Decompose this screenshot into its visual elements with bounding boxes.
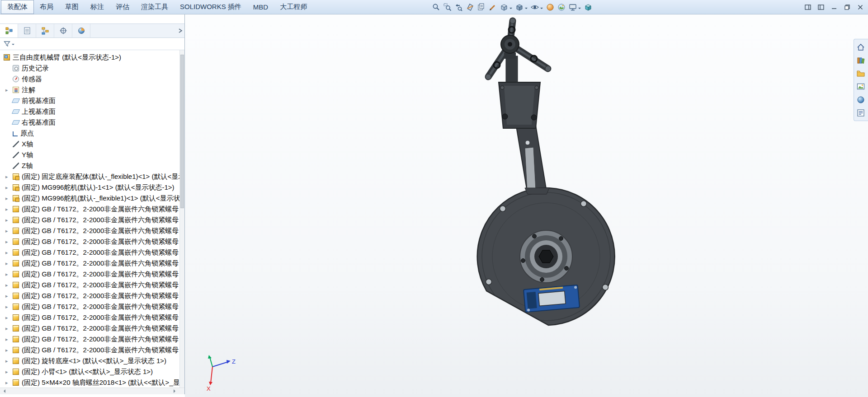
edit-appearance-icon[interactable] — [544, 1, 556, 13]
tree-item[interactable]: X轴 — [0, 139, 184, 149]
apply-scene-icon[interactable] — [556, 1, 567, 13]
section-view-icon[interactable] — [464, 1, 476, 13]
displaymanager-tab[interactable] — [72, 24, 90, 37]
tree-item[interactable]: ▸(固定) GB / T6172。2-2000非金属嵌件六角锁紧螺母 — [0, 290, 184, 301]
design-library-icon[interactable] — [854, 54, 868, 67]
expand-arrow-icon[interactable]: ▸ — [5, 261, 13, 266]
restore-icon[interactable] — [843, 3, 851, 12]
tree-item[interactable]: Z轴 — [0, 160, 184, 171]
tree-item[interactable]: ▸(固定) GB / T6172。2-2000非金属嵌件六角锁紧螺母 — [0, 258, 184, 269]
filter-bar[interactable] — [0, 38, 184, 50]
display-style-caret-icon[interactable] — [525, 8, 528, 10]
view-orientation-caret-icon[interactable] — [509, 8, 512, 10]
scroll-left-icon[interactable] — [2, 389, 5, 393]
pane-split-right-icon[interactable] — [804, 3, 812, 12]
view-palette-icon[interactable] — [854, 80, 868, 93]
tree-item[interactable]: ▸(固定) MG996舵机(默认-_flexible1)<1> (默认<显示状态… — [0, 193, 184, 204]
tree-item[interactable]: ▸(固定) GB / T6172。2-2000非金属嵌件六角锁紧螺母 — [0, 334, 184, 345]
tree-item[interactable]: ▸(固定) GB / T6172。2-2000非金属嵌件六角锁紧螺母 — [0, 215, 184, 225]
expand-arrow-icon[interactable]: ▸ — [5, 87, 13, 93]
tree-item[interactable]: 上视基准面 — [0, 106, 184, 117]
annotation-views-icon[interactable] — [476, 1, 487, 13]
expand-arrow-icon[interactable]: ▸ — [5, 358, 13, 364]
expand-arrow-icon[interactable]: ▸ — [5, 369, 13, 375]
tree-item[interactable]: 传感器 — [0, 74, 184, 84]
tree-hscrollbar[interactable] — [0, 388, 184, 394]
menu-tab-3[interactable]: 草图 — [59, 0, 85, 14]
expand-arrow-icon[interactable]: ▸ — [5, 315, 13, 321]
view-settings-caret-icon[interactable] — [578, 8, 581, 10]
menu-tab-7[interactable]: SOLIDWORKS 插件 — [174, 0, 247, 14]
view-orientation-icon[interactable] — [498, 1, 509, 13]
tree-item[interactable]: ▸(固定) 固定底座装配体(默认-_flexible1)<1> (默认<显示状态… — [0, 171, 184, 182]
gripper[interactable] — [486, 18, 551, 79]
expand-arrow-icon[interactable]: ▸ — [5, 380, 13, 386]
expand-arrow-icon[interactable]: ▸ — [5, 347, 13, 353]
menu-tab-1[interactable]: 装配体 — [1, 0, 34, 14]
zoom-area-icon[interactable] — [442, 1, 453, 13]
tree-item[interactable]: ▸(固定) GB / T6172。2-2000非金属嵌件六角锁紧螺母 — [0, 323, 184, 334]
tree-item[interactable]: ▸(固定) GB / T6172。2-2000非金属嵌件六角锁紧螺母 — [0, 269, 184, 280]
zoom-fit-icon[interactable] — [430, 1, 442, 13]
expand-arrow-icon[interactable]: ▸ — [5, 185, 13, 191]
tree-item[interactable]: ▸注解 — [0, 84, 184, 95]
menu-tab-8[interactable]: MBD — [247, 0, 274, 14]
featuremanager-tab[interactable] — [0, 24, 18, 37]
tree-item[interactable]: ▸(固定) GB / T6172。2-2000非金属嵌件六角锁紧螺母 — [0, 204, 184, 215]
expand-arrow-icon[interactable]: ▸ — [5, 174, 13, 180]
configurationmanager-tab[interactable] — [36, 24, 54, 37]
tree-item[interactable]: 右视基准面 — [0, 117, 184, 128]
menu-tab-5[interactable]: 评估 — [110, 0, 135, 14]
tree-item[interactable]: ▸(固定) 5×M4×20 轴肩螺丝2018<1> (默认<<默认>_显示状态 … — [0, 377, 184, 388]
expand-arrow-icon[interactable]: ▸ — [5, 326, 13, 332]
tree-vscrollbar[interactable] — [179, 50, 184, 388]
expand-arrow-icon[interactable]: ▸ — [5, 293, 13, 299]
view-settings-icon[interactable] — [567, 1, 578, 13]
tree-item[interactable]: ▸(固定) GB / T6172。2-2000非金属嵌件六角锁紧螺母 — [0, 247, 184, 258]
expand-arrow-icon[interactable]: ▸ — [5, 282, 13, 288]
expand-arrow-icon[interactable]: ▸ — [5, 250, 13, 256]
tree-item[interactable]: ▸(固定) 小臂<1> (默认<<默认>_显示状态 1>) — [0, 366, 184, 377]
tree-item[interactable]: 三自由度机械臂 (默认<显示状态-1>) — [0, 52, 184, 63]
appearances-icon[interactable] — [854, 93, 868, 106]
propertymanager-tab[interactable] — [18, 24, 36, 37]
expand-arrow-icon[interactable]: ▸ — [5, 206, 13, 212]
graphics-area[interactable]: Z X — [185, 14, 868, 397]
expand-arrow-icon[interactable]: ▸ — [5, 336, 13, 342]
tree-item[interactable]: ▸(固定) 旋转底座<1> (默认<<默认>_显示状态 1>) — [0, 355, 184, 366]
tree-item[interactable]: 前视基准面 — [0, 95, 184, 106]
menu-tab-2[interactable]: 布局 — [34, 0, 59, 14]
expand-arrow-icon[interactable]: ▸ — [5, 196, 13, 201]
scroll-right-icon[interactable] — [174, 389, 177, 393]
robot-arm-model[interactable] — [477, 18, 615, 325]
sketch-pencil-icon[interactable] — [487, 1, 498, 13]
expand-arrow-icon[interactable]: ▸ — [5, 217, 13, 223]
close-icon[interactable] — [856, 3, 864, 12]
menu-tab-4[interactable]: 标注 — [85, 0, 110, 14]
tree-item[interactable]: ▸(固定) GB / T6172。2-2000非金属嵌件六角锁紧螺母 — [0, 301, 184, 312]
3d-views-icon[interactable] — [582, 1, 594, 13]
custom-properties-icon[interactable] — [854, 106, 868, 119]
flyout-chevron-icon[interactable] — [178, 24, 183, 37]
tree-item[interactable]: Y轴 — [0, 149, 184, 160]
tree-item[interactable]: 历史记录 — [0, 63, 184, 74]
dimxpert-tab[interactable] — [54, 24, 72, 37]
tree-item[interactable]: 原点 — [0, 128, 184, 139]
expand-arrow-icon[interactable]: ▸ — [5, 271, 13, 277]
menu-tab-9[interactable]: 大工程师 — [274, 0, 313, 14]
menu-tab-6[interactable]: 渲染工具 — [135, 0, 174, 14]
expand-arrow-icon[interactable]: ▸ — [5, 304, 13, 310]
expand-arrow-icon[interactable]: ▸ — [5, 239, 13, 245]
tree-item[interactable]: ▸(固定) GB / T6172。2-2000非金属嵌件六角锁紧螺母 — [0, 236, 184, 247]
hide-show-items-icon[interactable] — [529, 1, 540, 13]
file-explorer-icon[interactable] — [854, 67, 868, 80]
previous-view-icon[interactable] — [453, 1, 464, 13]
home-icon[interactable] — [854, 41, 868, 54]
minimize-icon[interactable] — [830, 3, 838, 12]
pane-split-left-icon[interactable] — [817, 3, 825, 12]
tree-item[interactable]: ▸(固定) GB / T6172。2-2000非金属嵌件六角锁紧螺母 — [0, 280, 184, 290]
tree-vscroll-thumb[interactable] — [180, 55, 184, 208]
tree-item[interactable]: ▸(固定) GB / T6172。2-2000非金属嵌件六角锁紧螺母 — [0, 225, 184, 236]
display-style-icon[interactable] — [514, 1, 525, 13]
tree-item[interactable]: ▸(固定) GB / T6172。2-2000非金属嵌件六角锁紧螺母 — [0, 345, 184, 355]
